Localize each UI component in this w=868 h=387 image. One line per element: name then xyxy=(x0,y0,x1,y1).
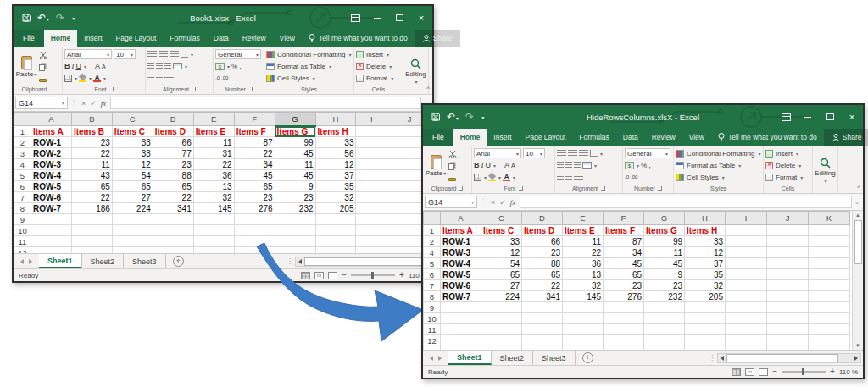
decrease-indent-icon[interactable] xyxy=(147,75,154,81)
share-button[interactable]: Share xyxy=(415,30,461,47)
row-header-2[interactable]: 2 xyxy=(424,236,441,247)
formula-cancel-icon[interactable]: × xyxy=(491,198,495,207)
row-header-12[interactable]: 12 xyxy=(14,247,31,254)
row-header-5[interactable]: 5 xyxy=(424,258,441,269)
accounting-format-icon[interactable]: $ xyxy=(625,162,634,169)
cell-H2[interactable]: 33 xyxy=(315,137,356,148)
cell-B9[interactable] xyxy=(71,214,112,225)
cell-styles-button[interactable]: Cell Styles▾ xyxy=(676,171,761,183)
cell-C6[interactable]: 65 xyxy=(481,269,522,280)
cell-I10[interactable] xyxy=(726,313,767,324)
cell-A11[interactable] xyxy=(441,324,481,335)
cell-C1[interactable]: Items C xyxy=(481,225,522,236)
formula-enter-icon[interactable]: ✓ xyxy=(90,99,97,108)
cell-G8[interactable]: 232 xyxy=(275,203,315,214)
format-painter-icon[interactable] xyxy=(448,174,458,182)
cell-J1[interactable] xyxy=(767,225,809,236)
redo-icon[interactable]: ↷ xyxy=(465,112,474,122)
cell-E12[interactable] xyxy=(563,335,604,346)
cell-A12[interactable] xyxy=(31,247,71,254)
cell-D2[interactable]: 66 xyxy=(522,236,563,247)
cell-G8[interactable]: 232 xyxy=(644,291,685,302)
font-size-select[interactable]: 10▾ xyxy=(523,148,545,158)
ribbon-display-options-icon[interactable] xyxy=(344,6,366,30)
select-all-corner[interactable] xyxy=(14,113,31,126)
column-header-I[interactable]: I xyxy=(726,212,767,225)
cell-J6[interactable] xyxy=(767,269,809,280)
bold-button[interactable]: B xyxy=(64,62,70,70)
cell-I10[interactable] xyxy=(356,225,387,236)
share-button[interactable]: Share xyxy=(824,129,868,146)
row-header-4[interactable]: 4 xyxy=(424,247,441,258)
cell-C2[interactable]: 33 xyxy=(112,137,153,148)
alignment-dialog-launcher-icon[interactable] xyxy=(601,186,605,191)
column-header-H[interactable]: H xyxy=(685,212,726,225)
close-button[interactable]: × xyxy=(410,6,432,30)
paste-button[interactable]: Paste▾ xyxy=(15,48,37,85)
zoom-out-icon[interactable]: − xyxy=(772,368,777,376)
cell-E8[interactable]: 145 xyxy=(563,291,604,302)
tab-review[interactable]: Review xyxy=(645,129,682,146)
scroll-left-icon[interactable] xyxy=(718,356,726,361)
zoom-slider-knob[interactable] xyxy=(802,368,804,375)
cell-H10[interactable] xyxy=(685,313,726,324)
font-name-select[interactable]: Arial▾ xyxy=(474,148,521,158)
cell-A10[interactable] xyxy=(441,313,481,324)
cell-I5[interactable] xyxy=(356,170,387,181)
comma-style-button[interactable]: , xyxy=(648,161,651,169)
cell-F8[interactable]: 276 xyxy=(604,291,644,302)
cell-E5[interactable]: 36 xyxy=(193,170,234,181)
cell-F5[interactable]: 45 xyxy=(234,170,275,181)
tab-splitter[interactable]: ⋮ xyxy=(709,354,715,362)
cell-E10[interactable] xyxy=(193,225,234,236)
cell-B12[interactable] xyxy=(71,247,112,254)
scroll-up-icon[interactable]: ▲ xyxy=(855,212,860,218)
cell-F6[interactable]: 65 xyxy=(234,181,275,192)
align-left-icon[interactable] xyxy=(557,162,564,169)
column-header-G[interactable]: G xyxy=(644,212,685,225)
tab-review[interactable]: Review xyxy=(236,30,273,47)
column-header-B[interactable]: B xyxy=(71,113,112,126)
cell-H4[interactable]: 12 xyxy=(315,159,356,170)
cell-C9[interactable] xyxy=(481,302,522,313)
format-cells-button[interactable]: Format▾ xyxy=(765,171,810,183)
close-button[interactable]: × xyxy=(841,105,863,129)
scroll-down-icon[interactable]: ▼ xyxy=(855,342,860,349)
cell-K10[interactable] xyxy=(809,313,850,324)
select-all-corner[interactable] xyxy=(424,212,441,225)
cell-G1[interactable]: Items G xyxy=(275,126,315,137)
cell-E6[interactable]: 13 xyxy=(193,181,234,192)
cell-G10[interactable] xyxy=(275,225,315,236)
paste-button[interactable]: Paste▾ xyxy=(425,147,447,184)
cell-C11[interactable] xyxy=(481,324,522,335)
cell-G12[interactable] xyxy=(644,335,685,346)
column-header-A[interactable]: A xyxy=(441,212,481,225)
tab-insert[interactable]: Insert xyxy=(77,30,108,47)
cell-F1[interactable]: Items F xyxy=(604,225,644,236)
cell-A8[interactable]: ROW-7 xyxy=(31,203,71,214)
column-header-J[interactable]: J xyxy=(767,212,809,225)
cell-G1[interactable]: Items G xyxy=(644,225,685,236)
percent-style-button[interactable]: % xyxy=(231,63,237,70)
cell-H1[interactable]: Items H xyxy=(315,126,356,137)
cell-B8[interactable]: 186 xyxy=(71,203,112,214)
wrap-text-icon[interactable] xyxy=(164,75,174,81)
cell-I1[interactable] xyxy=(356,126,387,137)
cell-E3[interactable]: 31 xyxy=(193,148,234,159)
cell-A10[interactable] xyxy=(31,225,71,236)
cell-E9[interactable] xyxy=(193,214,234,225)
cell-C3[interactable]: 33 xyxy=(112,148,153,159)
sheet-tab-sheet3[interactable]: Sheet3 xyxy=(533,351,576,365)
cell-B1[interactable]: Items B xyxy=(71,126,112,137)
cell-K8[interactable] xyxy=(809,291,850,302)
cell-E2[interactable]: 11 xyxy=(193,137,234,148)
cell-H7[interactable]: 32 xyxy=(685,280,726,291)
row-header-12[interactable]: 12 xyxy=(424,335,441,346)
wrap-text-icon[interactable] xyxy=(574,174,583,180)
prev-sheet-icon[interactable] xyxy=(20,259,24,264)
align-middle-icon[interactable] xyxy=(159,51,168,58)
cell-E4[interactable]: 22 xyxy=(563,247,604,258)
zoom-slider[interactable] xyxy=(782,371,826,373)
cell-D10[interactable] xyxy=(153,225,193,236)
merge-center-icon[interactable] xyxy=(173,63,182,69)
